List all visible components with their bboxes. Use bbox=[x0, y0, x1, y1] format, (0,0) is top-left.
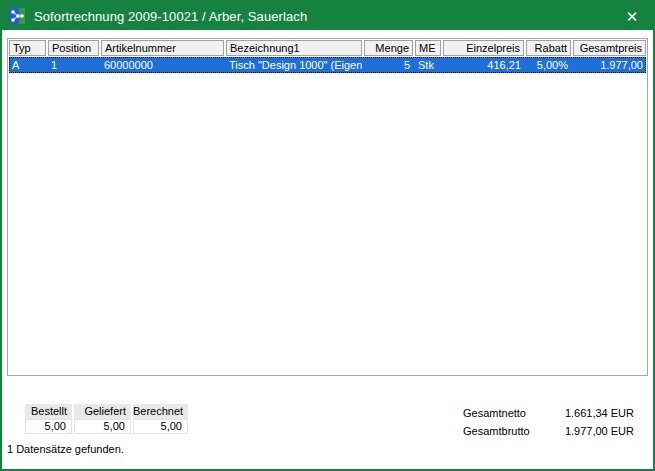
sofortrechnung-window: Sofortrechnung 2009-10021 / Arber, Sauer… bbox=[0, 0, 655, 471]
summary-value-bestellt: 5,00 bbox=[25, 419, 72, 434]
app-icon bbox=[9, 8, 25, 24]
close-icon: ✕ bbox=[626, 9, 639, 24]
column-header-menge[interactable]: Menge bbox=[364, 40, 413, 56]
summary-header-geliefert: Geliefert bbox=[74, 404, 131, 419]
column-header-einzelpreis[interactable]: Einzelpreis bbox=[443, 40, 524, 56]
cell-gesamtpreis: 1.977,00 bbox=[573, 58, 646, 73]
content-area: Typ Position Artikelnummer Bezeichnung1 … bbox=[2, 30, 653, 469]
summary-value-row: 5,00 5,00 5,00 bbox=[25, 419, 188, 434]
cell-typ: A bbox=[9, 58, 46, 73]
gesamtbrutto-value: 1.977,00 EUR bbox=[565, 425, 634, 437]
statusbar-text: 1 Datensätze gefunden. bbox=[7, 443, 124, 455]
gesamtbrutto-label: Gesamtbrutto bbox=[463, 425, 530, 437]
cell-me: Stk bbox=[415, 58, 441, 73]
total-brutto-row: Gesamtbrutto 1.977,00 EUR bbox=[463, 425, 634, 437]
column-header-position[interactable]: Position bbox=[48, 40, 99, 56]
total-netto-row: Gesamtnetto 1.661,34 EUR bbox=[463, 407, 634, 419]
summary-header-bestellt: Bestellt bbox=[25, 404, 72, 419]
summary-header-row: Bestellt Geliefert Berechnet bbox=[25, 404, 188, 419]
column-header-artikelnummer[interactable]: Artikelnummer bbox=[101, 40, 224, 56]
cell-artikelnummer: 60000000 bbox=[101, 58, 224, 73]
table-row-selected[interactable]: A 1 60000000 Tisch "Design 1000" (Eigenf… bbox=[9, 57, 646, 73]
titlebar: Sofortrechnung 2009-10021 / Arber, Sauer… bbox=[2, 2, 653, 30]
summary-header-berechnet: Berechnet bbox=[133, 404, 188, 419]
quantity-summary: Bestellt Geliefert Berechnet 5,00 5,00 5… bbox=[25, 404, 188, 434]
window-title: Sofortrechnung 2009-10021 / Arber, Sauer… bbox=[34, 9, 307, 24]
cell-bezeichnung1: Tisch "Design 1000" (Eigenf bbox=[226, 58, 362, 73]
column-header-typ[interactable]: Typ bbox=[9, 40, 46, 56]
gesamtnetto-label: Gesamtnetto bbox=[463, 407, 526, 419]
column-header-me[interactable]: ME bbox=[415, 40, 441, 56]
summary-value-geliefert: 5,00 bbox=[74, 419, 131, 434]
grid-header-row: Typ Position Artikelnummer Bezeichnung1 … bbox=[8, 39, 647, 57]
column-header-bezeichnung1[interactable]: Bezeichnung1 bbox=[226, 40, 362, 56]
gesamtnetto-value: 1.661,34 EUR bbox=[565, 407, 634, 419]
positions-grid: Typ Position Artikelnummer Bezeichnung1 … bbox=[7, 38, 648, 376]
cell-rabatt: 5,00% bbox=[526, 58, 571, 73]
cell-menge: 5 bbox=[364, 58, 413, 73]
summary-value-berechnet: 5,00 bbox=[133, 419, 188, 434]
totals-block: Gesamtnetto 1.661,34 EUR Gesamtbrutto 1.… bbox=[463, 407, 634, 443]
column-header-gesamtpreis[interactable]: Gesamtpreis bbox=[573, 40, 646, 56]
column-header-rabatt[interactable]: Rabatt bbox=[526, 40, 571, 56]
cell-einzelpreis: 416,21 bbox=[443, 58, 524, 73]
cell-position: 1 bbox=[48, 58, 99, 73]
close-button[interactable]: ✕ bbox=[611, 2, 653, 30]
